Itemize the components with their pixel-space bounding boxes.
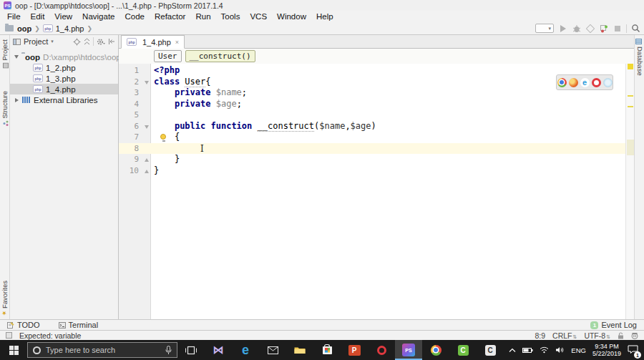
file-explorer-icon[interactable] (286, 340, 313, 360)
tool-window-todo[interactable]: TODO (7, 321, 40, 329)
code-editor[interactable]: 1<?php2class User{3 private $name;4 priv… (119, 64, 634, 319)
battery-icon[interactable] (522, 347, 533, 354)
locate-file-icon[interactable] (73, 38, 81, 46)
menu-code[interactable]: Code (119, 12, 150, 21)
event-log[interactable]: 1 Event Log (590, 321, 637, 329)
hector-inspector-icon[interactable] (631, 332, 638, 339)
action-center-icon[interactable]: 1 (628, 344, 638, 356)
phpstorm-taskbar-icon[interactable]: PS (395, 340, 422, 360)
powerpoint-icon[interactable]: P (341, 340, 368, 360)
fold-marker-icon[interactable] (145, 125, 149, 129)
tool-window-terminal[interactable]: Terminal (59, 321, 99, 329)
encoding-selector[interactable]: UTF-8⇅ (584, 331, 610, 340)
tool-window-favorites[interactable]: ★ Favorites (1, 281, 9, 316)
safari-icon[interactable] (603, 78, 613, 87)
breadcrumb-root[interactable]: oop (17, 24, 31, 33)
start-button[interactable] (0, 340, 27, 360)
chrome-taskbar-icon[interactable] (422, 340, 449, 360)
menu-navigate[interactable]: Navigate (77, 12, 119, 21)
lock-icon[interactable] (618, 332, 624, 339)
menu-run[interactable]: Run (190, 12, 215, 21)
run-config-dropdown[interactable]: ▾ (535, 24, 554, 33)
fold-marker-icon[interactable] (145, 158, 149, 162)
menu-view[interactable]: View (49, 12, 77, 21)
stop-button[interactable] (613, 24, 622, 33)
fold-column[interactable] (139, 77, 151, 88)
debug-button[interactable] (572, 24, 581, 33)
caret-position[interactable]: 8:9 (535, 331, 545, 340)
tree-item-root[interactable]: oop D:\xampp\htdocs\oop (10, 52, 118, 62)
breadcrumb-file[interactable]: 1_4.php (56, 24, 84, 33)
wifi-icon[interactable] (540, 346, 549, 354)
project-panel-title[interactable]: Project (24, 37, 48, 46)
volume-icon[interactable] (555, 346, 565, 354)
expand-arrow-icon[interactable] (14, 55, 19, 59)
tool-window-quick-access-icon[interactable] (6, 332, 12, 339)
tree-item-file[interactable]: php 1_2.php (10, 62, 118, 73)
tool-window-structure[interactable]: Structure (1, 91, 9, 127)
fold-marker-icon[interactable] (145, 81, 149, 84)
code-line-10[interactable]: 10} (119, 165, 634, 177)
scrollbar-thumb[interactable] (627, 140, 634, 155)
code-line-7[interactable]: 7 { (119, 132, 634, 143)
coverage-button[interactable] (585, 24, 595, 33)
menu-file[interactable]: File (2, 12, 26, 21)
intention-bulb-icon[interactable] (160, 134, 166, 140)
menu-window[interactable]: Window (272, 12, 311, 21)
fold-column[interactable] (139, 121, 151, 132)
camtasia-icon[interactable]: C (449, 340, 477, 360)
search-everywhere-icon[interactable] (631, 24, 640, 33)
hide-panel-icon[interactable] (108, 38, 115, 45)
opera-icon[interactable] (368, 340, 395, 360)
edge-icon[interactable]: e (580, 78, 590, 87)
chevron-down-icon[interactable]: ▾ (51, 39, 54, 44)
gear-icon[interactable] (97, 38, 105, 46)
mail-icon[interactable] (259, 340, 286, 360)
code-line-6[interactable]: 6 public function __construct($name,$age… (119, 121, 634, 132)
edge-icon[interactable]: e (232, 340, 259, 360)
collapse-all-icon[interactable] (84, 38, 90, 46)
tree-item-file-selected[interactable]: php 1_4.php (10, 84, 118, 94)
fold-column[interactable] (139, 165, 151, 177)
kmplayer-icon[interactable]: ⋈ (205, 340, 232, 360)
error-stripe-scrollbar[interactable] (625, 64, 634, 319)
code-line-9[interactable]: 9 } (119, 154, 634, 165)
breadcrumb-class[interactable]: User (154, 50, 182, 62)
close-tab-icon[interactable]: × (175, 39, 179, 46)
opera-icon[interactable] (592, 78, 601, 87)
run-button[interactable] (558, 24, 567, 33)
fold-marker-icon[interactable] (145, 170, 149, 173)
tree-item-file[interactable]: php 1_3.php (10, 73, 118, 84)
microsoft-store-icon[interactable] (313, 340, 341, 360)
fold-column[interactable] (139, 154, 151, 165)
taskbar-search-input[interactable]: Type here to search (27, 342, 177, 358)
camtasia-recorder-icon[interactable]: C (477, 340, 504, 360)
menu-help[interactable]: Help (311, 12, 338, 21)
editor-tab-active[interactable]: php 1_4.php × (121, 35, 185, 49)
menu-refactor[interactable]: Refactor (150, 12, 190, 21)
task-view-button[interactable] (177, 340, 205, 360)
chrome-icon[interactable] (557, 78, 567, 87)
code-line-5[interactable]: 5 (119, 110, 634, 121)
menu-tools[interactable]: Tools (216, 12, 245, 21)
menu-vcs[interactable]: VCS (245, 12, 272, 21)
run-with-profiler-button[interactable] (599, 24, 608, 33)
code-line-4[interactable]: 4 private $age; (119, 99, 634, 110)
firefox-icon[interactable] (569, 78, 578, 87)
menu-edit[interactable]: Edit (26, 12, 50, 21)
language-indicator[interactable]: ENG (571, 346, 586, 354)
code-line-8[interactable]: 8I (119, 143, 634, 155)
run-toolbar: ▾ (535, 24, 640, 33)
inspection-status-square[interactable] (628, 64, 633, 69)
breadcrumb-method[interactable]: __construct() (185, 50, 255, 62)
tool-window-database[interactable]: Database (636, 39, 644, 76)
tree-item-external-libraries[interactable]: External Libraries (10, 94, 118, 105)
line-ending-selector[interactable]: CRLF⇅ (552, 331, 577, 340)
collapsed-arrow-icon[interactable] (15, 98, 19, 102)
microphone-icon[interactable] (165, 346, 172, 355)
hidden-icons-chevron[interactable] (509, 348, 516, 353)
tool-window-project[interactable]: Project (1, 39, 9, 69)
warning-mark[interactable] (628, 95, 633, 97)
taskbar-clock[interactable]: 9:34 PM 5/22/2019 (592, 343, 621, 357)
warning-mark[interactable] (628, 106, 633, 107)
